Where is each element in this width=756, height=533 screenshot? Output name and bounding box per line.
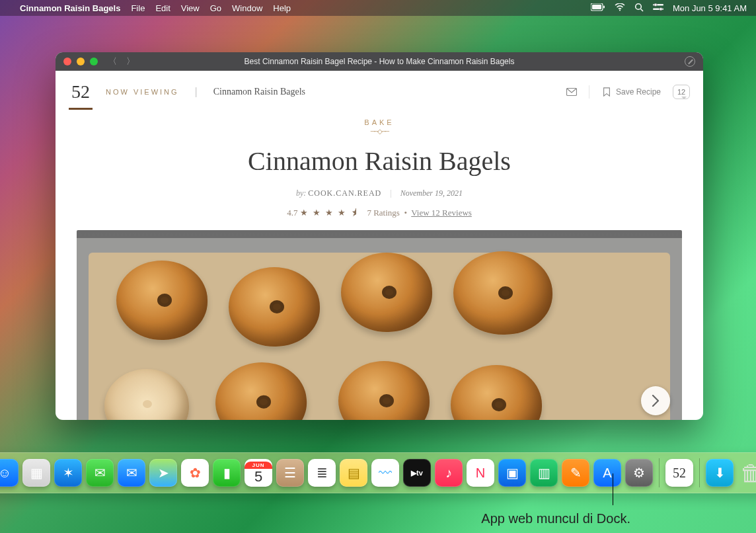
svg-rect-2 xyxy=(603,5,605,8)
rating-count: 7 Ratings xyxy=(367,208,399,218)
dock-item-notes[interactable]: ▤ xyxy=(340,459,367,487)
pages-glyph: ✎ xyxy=(570,465,582,481)
rating-stars: ★ ★ ★ ★ ⯨ xyxy=(300,208,361,218)
tv-glyph: ▶tv xyxy=(411,469,423,477)
freeform-glyph: 〰 xyxy=(379,466,392,481)
svg-point-8 xyxy=(654,3,657,6)
dock-item-freeform[interactable]: 〰 xyxy=(371,459,399,487)
comments-button[interactable]: 12 xyxy=(673,85,690,99)
svg-point-9 xyxy=(660,7,662,10)
battery-icon[interactable] xyxy=(591,3,605,13)
webapp-52-glyph: 52 xyxy=(673,466,686,481)
dock-item-trash[interactable]: 🗑 xyxy=(737,459,756,487)
site-header: 52 NOW VIEWING | Cinnamon Raisin Bagels … xyxy=(56,71,703,113)
dock-item-launchpad[interactable]: ▦ xyxy=(22,459,50,487)
kicker-divider-icon: ──◇── xyxy=(56,128,703,135)
spotlight-icon[interactable] xyxy=(634,3,644,14)
desktop: Cinnamon Raisin Bagels File Edit View Go… xyxy=(0,0,756,533)
dock-item-music[interactable]: ♪ xyxy=(435,459,463,487)
menu-go[interactable]: Go xyxy=(210,3,221,13)
dock-item-reminders[interactable]: ≣ xyxy=(308,459,336,487)
dock-item-maps[interactable]: ➤ xyxy=(149,459,177,487)
hero-image xyxy=(77,230,682,420)
email-icon[interactable] xyxy=(566,87,577,97)
settings-glyph: ⚙ xyxy=(633,465,645,481)
window-titlebar[interactable]: 〈 〉 Best Cinnamon Raisin Bagel Recipe - … xyxy=(56,52,703,71)
menubar-datetime[interactable]: Mon Jun 5 9:41 AM xyxy=(673,3,747,13)
dock-item-messages[interactable]: ✉ xyxy=(86,459,114,487)
numbers-glyph: ▥ xyxy=(538,465,550,481)
photos-glyph: ✿ xyxy=(190,465,201,481)
reminders-glyph: ≣ xyxy=(317,465,328,481)
dock-item-facetime[interactable]: ▮ xyxy=(213,459,241,487)
breadcrumb-title[interactable]: Cinnamon Raisin Bagels xyxy=(213,87,305,97)
menu-edit[interactable]: Edit xyxy=(155,3,170,13)
menubar: Cinnamon Raisin Bagels File Edit View Go… xyxy=(0,0,756,16)
dock-item-settings[interactable]: ⚙ xyxy=(625,459,653,487)
publish-date: November 19, 2021 xyxy=(400,188,463,198)
menu-help[interactable]: Help xyxy=(273,3,291,13)
menu-file[interactable]: File xyxy=(131,3,145,13)
dock-item-tv[interactable]: ▶tv xyxy=(403,459,431,487)
site-logo[interactable]: 52 xyxy=(69,81,93,110)
mail-glyph: ✉ xyxy=(126,465,137,481)
menu-window[interactable]: Window xyxy=(232,3,262,13)
dock-item-numbers[interactable]: ▥ xyxy=(530,459,558,487)
chevron-right-icon xyxy=(650,395,662,407)
dock-item-finder[interactable]: ☺ xyxy=(0,459,19,487)
view-reviews-link[interactable]: View 12 Reviews xyxy=(411,208,472,218)
music-glyph: ♪ xyxy=(445,466,452,481)
divider: | xyxy=(195,86,198,98)
dock-item-downloads[interactable]: ⬇ xyxy=(706,459,734,487)
dock-item-calendar[interactable]: JUN5 xyxy=(245,459,272,487)
by-prefix: by: xyxy=(296,188,306,198)
dock-item-contacts[interactable]: ☰ xyxy=(276,459,304,487)
window-minimize-button[interactable] xyxy=(77,58,85,65)
svg-line-5 xyxy=(640,9,643,11)
nav-forward-button[interactable]: 〉 xyxy=(126,56,135,67)
control-center-icon[interactable] xyxy=(653,3,663,13)
dock-item-webapp-52[interactable]: 52 xyxy=(665,459,693,487)
privacy-report-icon[interactable] xyxy=(685,56,695,67)
keynote-glyph: ▣ xyxy=(506,465,519,481)
window-close-button[interactable] xyxy=(63,58,71,65)
app-window: 〈 〉 Best Cinnamon Raisin Bagel Recipe - … xyxy=(56,52,703,420)
dock-item-pages[interactable]: ✎ xyxy=(562,459,589,487)
facetime-glyph: ▮ xyxy=(223,465,231,481)
nav-back-button[interactable]: 〈 xyxy=(108,56,117,67)
dock-item-news[interactable]: N xyxy=(467,459,494,487)
menubar-app-name[interactable]: Cinnamon Raisin Bagels xyxy=(20,3,120,13)
dock-item-mail[interactable]: ✉ xyxy=(118,459,145,487)
news-glyph: N xyxy=(476,466,485,481)
downloads-glyph: ⬇ xyxy=(714,465,726,481)
wifi-icon[interactable] xyxy=(615,3,625,13)
kicker[interactable]: BAKE xyxy=(56,118,703,126)
author-link[interactable]: COOK.CAN.READ xyxy=(308,188,381,198)
carousel-next-button[interactable] xyxy=(641,386,670,415)
page-content: BAKE ──◇── Cinnamon Raisin Bagels by: CO… xyxy=(56,113,703,420)
notes-glyph: ▤ xyxy=(348,465,360,481)
dock-item-photos[interactable]: ✿ xyxy=(181,459,209,487)
launchpad-glyph: ▦ xyxy=(30,465,43,481)
divider xyxy=(589,85,589,99)
dock: ☺▦✶✉✉➤✿▮JUN5☰≣▤〰▶tv♪N▣▥✎A⚙52⬇🗑 xyxy=(0,452,756,493)
save-recipe-button[interactable]: Save Recipe xyxy=(601,87,661,97)
calendar-day-label: 5 xyxy=(254,469,262,485)
dock-item-safari[interactable]: ✶ xyxy=(54,459,82,487)
comments-count: 12 xyxy=(677,88,685,96)
contacts-glyph: ☰ xyxy=(284,465,296,481)
menu-view[interactable]: View xyxy=(181,3,200,13)
save-recipe-label: Save Recipe xyxy=(616,87,661,97)
window-title: Best Cinnamon Raisin Bagel Recipe - How … xyxy=(56,57,703,66)
window-zoom-button[interactable] xyxy=(90,58,98,65)
callout-text: App web muncul di Dock. xyxy=(481,511,630,526)
now-viewing-label: NOW VIEWING xyxy=(106,88,179,96)
dock-separator xyxy=(659,458,660,487)
maps-glyph: ➤ xyxy=(158,465,169,481)
appstore-glyph: A xyxy=(603,466,611,481)
messages-glyph: ✉ xyxy=(94,465,106,481)
dock-item-appstore[interactable]: A xyxy=(593,459,621,487)
svg-point-4 xyxy=(636,3,642,9)
dock-item-keynote[interactable]: ▣ xyxy=(498,459,526,487)
rating-value: 4.7 xyxy=(287,208,297,218)
